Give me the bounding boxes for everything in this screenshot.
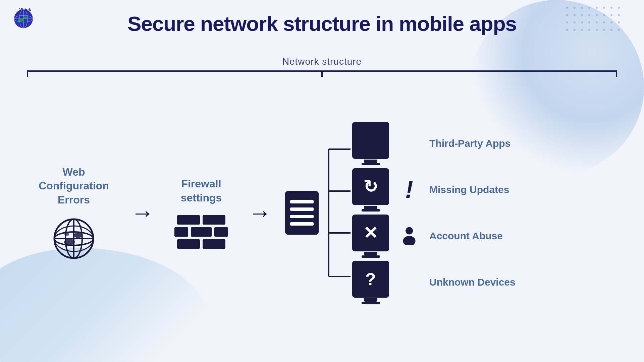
list-item: ? Unknown Devices	[352, 262, 516, 302]
monitor-icon-account-abuse: ✕	[352, 215, 389, 251]
server-icon	[285, 191, 319, 235]
web-config-section: Web ConfigurationErrors	[27, 165, 121, 261]
firewall-section: Firewallsettings	[164, 177, 238, 248]
threat-icon-account-abuse	[399, 226, 419, 246]
page-title: Secure network structure in mobile apps	[0, 12, 644, 36]
svg-point-16	[64, 233, 69, 236]
globe-icon	[52, 217, 96, 260]
missing-updates-label: Missing Updates	[429, 184, 509, 195]
monitor-unknown-devices: ?	[352, 261, 389, 304]
person-icon	[400, 226, 419, 246]
web-config-title: Web ConfigurationErrors	[27, 165, 121, 207]
monitor-third-party	[352, 122, 389, 165]
right-items: Third-Party Apps ↻ ! Missing Updates	[352, 123, 516, 302]
server-section	[282, 191, 322, 235]
unknown-devices-label: Unknown Devices	[429, 277, 516, 288]
list-item: ✕ Account Abuse	[352, 216, 516, 256]
monitor-account-abuse: ✕	[352, 215, 389, 258]
tree-svg	[325, 131, 352, 295]
svg-point-15	[74, 233, 82, 238]
monitor-icon-missing-updates: ↻	[352, 168, 389, 205]
firewall-title: Firewallsettings	[181, 177, 222, 205]
svg-text:VLink: VLink	[19, 7, 31, 12]
refresh-symbol: ↻	[363, 178, 378, 195]
branch-tree: Third-Party Apps ↻ ! Missing Updates	[325, 123, 516, 302]
third-party-label: Third-Party Apps	[429, 138, 511, 149]
svg-point-22	[406, 227, 413, 234]
bracket-line	[27, 70, 617, 74]
question-symbol: ?	[365, 270, 376, 288]
monitor-icon-third-party	[352, 122, 389, 159]
exclamation-icon: !	[405, 178, 413, 201]
threat-icon-missing-updates: !	[399, 178, 419, 201]
arrow-2: →	[248, 201, 272, 225]
list-item: ↻ ! Missing Updates	[352, 170, 516, 210]
content-area: Web ConfigurationErrors → Firewallsettin…	[27, 77, 617, 349]
monitor-missing-updates: ↻	[352, 168, 389, 212]
arrow-1: →	[131, 201, 154, 225]
svg-point-23	[403, 236, 415, 244]
svg-point-14	[64, 239, 75, 245]
x-symbol: ✕	[363, 224, 378, 242]
monitor-icon-unknown-devices: ?	[352, 261, 389, 298]
firewall-icon	[174, 215, 228, 249]
list-item: Third-Party Apps	[352, 123, 516, 164]
account-abuse-label: Account Abuse	[429, 230, 503, 242]
network-label: Network structure	[0, 56, 644, 67]
